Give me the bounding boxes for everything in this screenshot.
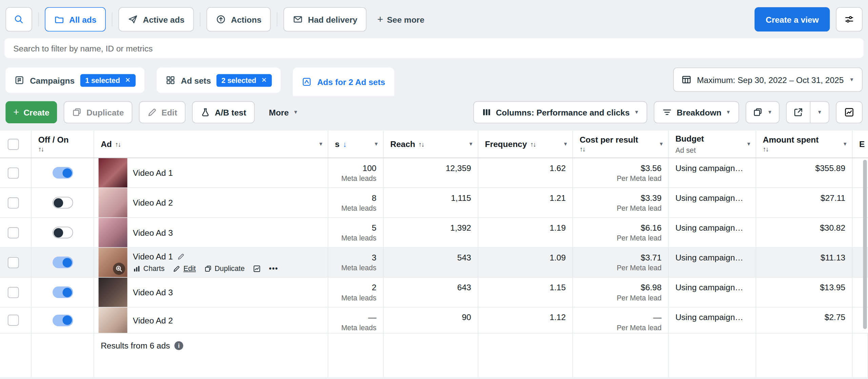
- edit-action[interactable]: Edit: [173, 264, 196, 272]
- row-check-cell: [0, 248, 32, 277]
- ad-name[interactable]: Video Ad 1: [133, 168, 173, 177]
- row-checkbox[interactable]: [8, 257, 19, 268]
- header-reach[interactable]: Reach↑↓ ▼: [383, 130, 478, 157]
- row-checkbox[interactable]: [8, 227, 19, 238]
- results-cell: 2 Meta leads: [328, 278, 383, 307]
- ad-thumbnail[interactable]: [99, 188, 127, 217]
- header-budget[interactable]: Budget Ad set ▼: [669, 130, 756, 157]
- footer-cell: [478, 334, 573, 377]
- row-toggle-cell: [32, 278, 94, 307]
- column-menu-icon[interactable]: ▼: [563, 142, 568, 147]
- ad-toggle[interactable]: [52, 197, 73, 208]
- breakdown-button[interactable]: Breakdown ▼: [654, 101, 739, 123]
- ad-toggle[interactable]: [52, 257, 73, 268]
- reports-button[interactable]: ▼: [746, 101, 780, 123]
- copy-icon: [72, 107, 82, 117]
- ad-thumbnail[interactable]: [99, 248, 127, 277]
- ad-toggle[interactable]: [52, 314, 73, 326]
- ad-name[interactable]: Video Ad 3: [133, 228, 173, 237]
- header-results[interactable]: s↓ ▼: [328, 130, 383, 157]
- column-menu-icon[interactable]: ▼: [374, 142, 379, 147]
- columns-label: Columns: Performance and clicks: [496, 108, 630, 117]
- flask-icon: [200, 107, 210, 117]
- export-options-button[interactable]: ▼: [810, 102, 829, 123]
- filter-chip-had-delivery[interactable]: Had delivery: [283, 7, 367, 31]
- column-menu-icon[interactable]: ▼: [318, 142, 323, 147]
- results-cell: 100 Meta leads: [328, 158, 383, 188]
- ad-cell: Video Ad 2 Charts Edit: [94, 188, 329, 217]
- search-button[interactable]: [5, 7, 32, 31]
- chip-label: All ads: [69, 15, 96, 24]
- filter-chip-active-ads[interactable]: Active ads: [119, 7, 194, 31]
- filter-chip-all-ads[interactable]: All ads: [45, 7, 106, 31]
- header-amount-spent[interactable]: Amount spent ↑↓ ▼: [756, 130, 852, 157]
- date-range-button[interactable]: Maximum: Sep 30, 2022 – Oct 31, 2025 ▼: [673, 67, 863, 92]
- ad-name[interactable]: Video Ad 2: [133, 198, 173, 208]
- edit-button[interactable]: Edit: [139, 101, 185, 123]
- column-menu-icon[interactable]: ▼: [659, 142, 664, 147]
- rename-pencil-icon[interactable]: [177, 252, 185, 260]
- more-actions[interactable]: •••: [269, 264, 278, 272]
- amount-spent-cell: $355.89: [756, 158, 852, 188]
- duplicate-button[interactable]: Duplicate: [64, 101, 132, 123]
- tab-campaigns[interactable]: Campaigns 1 selected ✕: [5, 67, 144, 93]
- clear-filter-icon[interactable]: ✕: [261, 76, 267, 84]
- tab-ads-for-ad-sets[interactable]: Ads for 2 Ad sets: [293, 67, 394, 96]
- ad-thumbnail[interactable]: [99, 158, 127, 188]
- see-more-button[interactable]: + See more: [373, 14, 429, 24]
- view-settings-button[interactable]: [836, 7, 862, 31]
- more-button[interactable]: More ▼: [261, 101, 306, 123]
- column-menu-icon[interactable]: ▼: [746, 142, 751, 147]
- clear-filter-icon[interactable]: ✕: [125, 76, 131, 84]
- ad-thumbnail[interactable]: [99, 308, 127, 333]
- report-icon: [753, 107, 763, 117]
- ad-toggle[interactable]: [52, 287, 73, 298]
- breakdown-label: Breakdown: [677, 108, 722, 117]
- amount-spent-cell: $27.11: [756, 188, 852, 217]
- filter-chip-actions[interactable]: Actions: [206, 7, 271, 31]
- select-all-checkbox[interactable]: [8, 139, 19, 150]
- row-checkbox[interactable]: [8, 197, 19, 208]
- create-button[interactable]: + Create: [5, 101, 57, 123]
- ad-name[interactable]: Video Ad 1: [133, 252, 173, 261]
- chevron-down-icon: ▼: [849, 77, 854, 82]
- column-menu-icon[interactable]: ▼: [843, 142, 848, 147]
- export-button[interactable]: [787, 102, 810, 123]
- header-frequency[interactable]: Frequency↑↓ ▼: [478, 130, 573, 157]
- search-input[interactable]: [13, 43, 855, 53]
- edit-label: Edit: [161, 108, 177, 117]
- ad-toggle[interactable]: [52, 227, 73, 238]
- columns-button[interactable]: Columns: Performance and clicks ▼: [473, 101, 647, 123]
- ad-thumbnail[interactable]: [99, 278, 127, 307]
- duplicate-action[interactable]: Duplicate: [204, 264, 245, 272]
- charts-panel-button[interactable]: [836, 101, 862, 123]
- header-ends-partial[interactable]: E: [852, 130, 868, 157]
- charts-action[interactable]: Charts: [133, 264, 165, 272]
- row-checkbox[interactable]: [8, 315, 19, 326]
- ad-name[interactable]: Video Ad 2: [133, 315, 173, 325]
- tab-ad-sets[interactable]: Ad sets 2 selected ✕: [157, 67, 281, 93]
- ad-name[interactable]: Video Ad 3: [133, 288, 173, 297]
- results-cell: 3 Meta leads: [328, 248, 383, 277]
- ab-test-button[interactable]: A/B test: [192, 101, 255, 123]
- create-view-button[interactable]: Create a view: [755, 7, 830, 31]
- header-off-on[interactable]: Off / On ↑↓: [32, 130, 94, 157]
- row-checkbox[interactable]: [8, 287, 19, 298]
- ad-toggle[interactable]: [52, 167, 73, 178]
- chart-preview-action[interactable]: [253, 265, 261, 272]
- create-label: Create: [23, 108, 49, 117]
- bar-chart-icon: [133, 265, 141, 272]
- toggle-knob: [62, 258, 72, 267]
- toolbar-divider: [38, 12, 39, 26]
- toggle-knob: [62, 168, 72, 177]
- zoom-preview-icon[interactable]: [113, 263, 125, 275]
- row-checkbox[interactable]: [8, 167, 19, 178]
- header-ad[interactable]: Ad↑↓ ▼: [94, 130, 329, 157]
- info-icon[interactable]: i: [174, 341, 183, 350]
- ad-thumbnail[interactable]: [99, 218, 127, 247]
- column-menu-icon[interactable]: ▼: [468, 142, 473, 147]
- header-cost-per-result[interactable]: Cost per result ↑↓ ▼: [573, 130, 669, 157]
- tab-label: Ad sets: [181, 76, 211, 85]
- vertical-scrollbar[interactable]: [863, 160, 867, 329]
- reach-cell: 12,359: [383, 158, 478, 188]
